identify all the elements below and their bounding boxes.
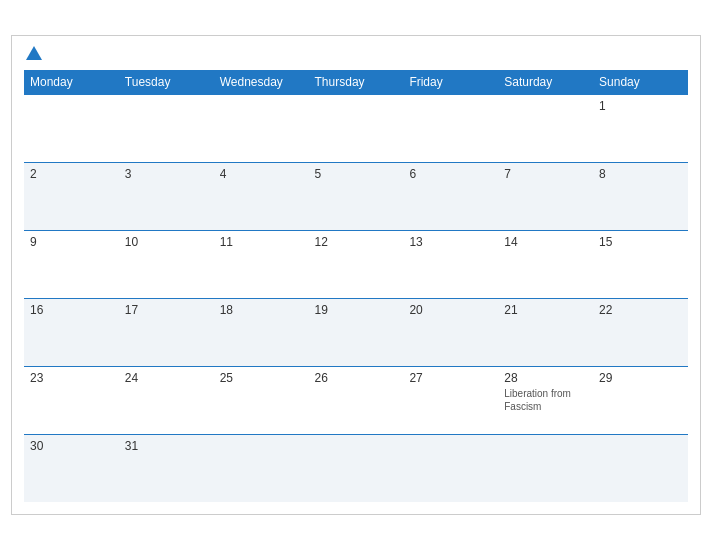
calendar-day-cell: 28Liberation from Fascism	[498, 366, 593, 434]
day-number: 13	[409, 235, 492, 249]
calendar-day-cell: 30	[24, 434, 119, 502]
calendar-day-cell: 27	[403, 366, 498, 434]
calendar-week-row: 2345678	[24, 162, 688, 230]
day-number: 3	[125, 167, 208, 181]
weekday-header-row: MondayTuesdayWednesdayThursdayFridaySatu…	[24, 70, 688, 95]
calendar-day-cell	[214, 434, 309, 502]
calendar-day-cell: 1	[593, 94, 688, 162]
calendar-day-cell: 20	[403, 298, 498, 366]
logo	[24, 46, 42, 62]
calendar-day-cell: 10	[119, 230, 214, 298]
calendar-day-cell: 6	[403, 162, 498, 230]
calendar-day-cell: 25	[214, 366, 309, 434]
calendar-day-cell: 31	[119, 434, 214, 502]
calendar-day-cell	[498, 94, 593, 162]
day-number: 11	[220, 235, 303, 249]
day-number: 14	[504, 235, 587, 249]
calendar-day-cell: 13	[403, 230, 498, 298]
calendar-day-cell: 26	[309, 366, 404, 434]
day-number: 24	[125, 371, 208, 385]
day-number: 12	[315, 235, 398, 249]
day-number: 7	[504, 167, 587, 181]
weekday-header-friday: Friday	[403, 70, 498, 95]
day-number: 31	[125, 439, 208, 453]
calendar-week-row: 232425262728Liberation from Fascism29	[24, 366, 688, 434]
weekday-header-saturday: Saturday	[498, 70, 593, 95]
calendar-week-row: 1	[24, 94, 688, 162]
day-number: 1	[599, 99, 682, 113]
calendar-week-row: 9101112131415	[24, 230, 688, 298]
calendar-day-cell	[214, 94, 309, 162]
calendar-day-cell: 11	[214, 230, 309, 298]
day-number: 30	[30, 439, 113, 453]
calendar-day-cell: 21	[498, 298, 593, 366]
day-number: 16	[30, 303, 113, 317]
day-number: 9	[30, 235, 113, 249]
calendar-day-cell: 9	[24, 230, 119, 298]
day-number: 2	[30, 167, 113, 181]
day-number: 23	[30, 371, 113, 385]
calendar-day-cell: 29	[593, 366, 688, 434]
calendar-day-cell: 3	[119, 162, 214, 230]
calendar-container: MondayTuesdayWednesdayThursdayFridaySatu…	[11, 35, 701, 516]
logo-triangle-icon	[26, 46, 42, 60]
calendar-day-cell	[403, 434, 498, 502]
weekday-header-wednesday: Wednesday	[214, 70, 309, 95]
day-number: 25	[220, 371, 303, 385]
calendar-day-cell: 22	[593, 298, 688, 366]
calendar-day-cell: 18	[214, 298, 309, 366]
calendar-week-row: 16171819202122	[24, 298, 688, 366]
weekday-header-monday: Monday	[24, 70, 119, 95]
day-number: 8	[599, 167, 682, 181]
calendar-header	[24, 46, 688, 62]
calendar-day-cell	[119, 94, 214, 162]
calendar-day-cell: 5	[309, 162, 404, 230]
calendar-day-cell: 14	[498, 230, 593, 298]
calendar-day-cell: 2	[24, 162, 119, 230]
day-number: 4	[220, 167, 303, 181]
day-number: 18	[220, 303, 303, 317]
day-number: 26	[315, 371, 398, 385]
calendar-day-cell	[309, 434, 404, 502]
day-number: 6	[409, 167, 492, 181]
day-number: 15	[599, 235, 682, 249]
day-number: 10	[125, 235, 208, 249]
day-number: 27	[409, 371, 492, 385]
calendar-day-cell	[309, 94, 404, 162]
calendar-day-cell: 12	[309, 230, 404, 298]
calendar-day-cell	[24, 94, 119, 162]
calendar-day-cell	[403, 94, 498, 162]
calendar-day-cell: 19	[309, 298, 404, 366]
day-number: 19	[315, 303, 398, 317]
calendar-day-cell: 24	[119, 366, 214, 434]
calendar-day-cell	[593, 434, 688, 502]
day-number: 20	[409, 303, 492, 317]
calendar-week-row: 3031	[24, 434, 688, 502]
day-number: 22	[599, 303, 682, 317]
day-number: 28	[504, 371, 587, 385]
day-number: 29	[599, 371, 682, 385]
day-number: 21	[504, 303, 587, 317]
calendar-day-cell: 23	[24, 366, 119, 434]
weekday-header-thursday: Thursday	[309, 70, 404, 95]
calendar-day-cell: 8	[593, 162, 688, 230]
calendar-day-cell: 7	[498, 162, 593, 230]
calendar-day-cell: 17	[119, 298, 214, 366]
calendar-day-cell: 15	[593, 230, 688, 298]
day-number: 5	[315, 167, 398, 181]
calendar-day-cell	[498, 434, 593, 502]
day-number: 17	[125, 303, 208, 317]
calendar-day-cell: 16	[24, 298, 119, 366]
calendar-table: MondayTuesdayWednesdayThursdayFridaySatu…	[24, 70, 688, 503]
event-label: Liberation from Fascism	[504, 387, 587, 413]
calendar-day-cell: 4	[214, 162, 309, 230]
weekday-header-tuesday: Tuesday	[119, 70, 214, 95]
weekday-header-sunday: Sunday	[593, 70, 688, 95]
